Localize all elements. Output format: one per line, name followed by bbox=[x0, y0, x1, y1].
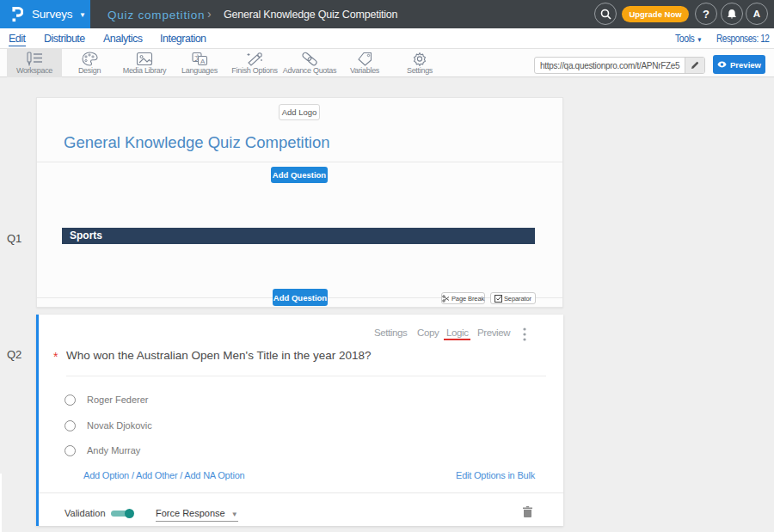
svg-text:A: A bbox=[200, 58, 206, 65]
